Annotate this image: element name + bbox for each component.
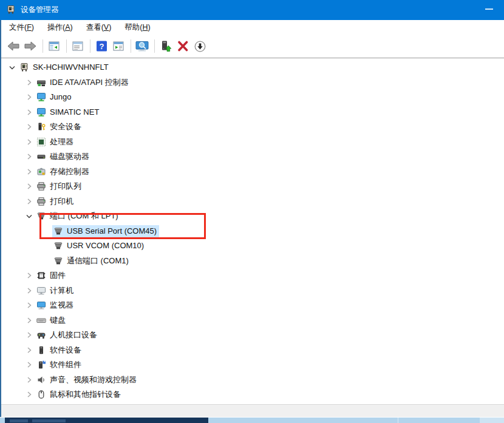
tree-row[interactable]: 声音、视频和游戏控制器 xyxy=(1,373,504,388)
tree-item[interactable]: 通信端口 (COM1) xyxy=(52,255,131,267)
tree-row[interactable]: 端口 (COM 和 LPT) xyxy=(1,209,504,224)
update-driver-button[interactable] xyxy=(158,38,174,55)
tree-item[interactable]: 安全设备 xyxy=(35,121,84,133)
tree-row[interactable]: USB Serial Port (COM45) xyxy=(1,224,504,239)
properties-button[interactable] xyxy=(70,38,86,55)
tree-item[interactable]: 声音、视频和游戏控制器 xyxy=(35,374,139,386)
tree-item[interactable]: IDE ATA/ATAPI 控制器 xyxy=(35,76,131,89)
menu-item-h[interactable]: 帮助(H) xyxy=(120,21,155,35)
tree-row[interactable]: USR VCOM (COM10) xyxy=(1,239,504,254)
tree-item-label: 固件 xyxy=(50,271,66,280)
tree-item[interactable]: Jungo xyxy=(35,91,73,103)
tree-item[interactable]: 键盘 xyxy=(35,314,68,327)
chevron-collapsed-icon[interactable] xyxy=(24,78,34,87)
menu-item-text: 操作 xyxy=(47,23,63,32)
chevron-collapsed-icon[interactable] xyxy=(24,122,34,132)
tree-row[interactable]: 键盘 xyxy=(1,313,504,328)
tree-item[interactable]: 存储控制器 xyxy=(35,166,92,178)
minimize-button[interactable] xyxy=(477,0,501,18)
tree-item[interactable]: 软件组件 xyxy=(35,359,84,371)
tree-row[interactable]: 计算机 xyxy=(1,283,504,299)
uninstall-device-button[interactable] xyxy=(175,38,191,55)
menu-mnemonic: V xyxy=(104,23,109,32)
chevron-collapsed-icon[interactable] xyxy=(24,390,34,399)
chevron-collapsed-icon[interactable] xyxy=(24,92,34,102)
tree-row[interactable]: 磁盘驱动器 xyxy=(1,149,504,164)
chevron-collapsed-icon[interactable] xyxy=(24,316,34,325)
help-button[interactable]: ? xyxy=(94,38,109,55)
sound-controller-icon xyxy=(36,375,46,385)
tree-item-label: SK-HCHIWVNHNFLT xyxy=(33,63,109,72)
tree-row[interactable]: 存储控制器 xyxy=(1,164,504,180)
tree-row[interactable]: 人机接口设备 xyxy=(1,328,504,343)
tree-row[interactable]: 打印机 xyxy=(1,194,504,209)
forward-button[interactable] xyxy=(22,38,38,55)
tree-row[interactable]: 鼠标和其他指针设备 xyxy=(1,387,504,402)
monitor-green-stand-icon xyxy=(36,92,46,102)
tree-row[interactable]: 安全设备 xyxy=(1,120,504,135)
tree-row[interactable]: IDE ATA/ATAPI 控制器 xyxy=(1,75,504,90)
chevron-collapsed-icon[interactable] xyxy=(24,330,34,340)
tree-item[interactable]: 人机接口设备 xyxy=(35,329,100,341)
tree-item[interactable]: 软件设备 xyxy=(35,344,84,356)
chevron-collapsed-icon[interactable] xyxy=(24,271,34,280)
chevron-expanded-icon[interactable] xyxy=(7,63,17,72)
processor-icon xyxy=(36,137,46,147)
chevron-expanded-icon[interactable] xyxy=(24,211,34,221)
window-action-icon xyxy=(112,40,124,52)
back-button[interactable] xyxy=(5,38,21,55)
chevron-collapsed-icon[interactable] xyxy=(24,286,34,296)
tree-item[interactable]: 监视器 xyxy=(35,299,76,311)
chevron-collapsed-icon[interactable] xyxy=(24,360,34,370)
tree-item[interactable]: 固件 xyxy=(35,269,68,282)
tree-row[interactable]: 打印队列 xyxy=(1,179,504,194)
tree-row[interactable]: Jungo xyxy=(1,90,504,105)
tree-row[interactable]: 固件 xyxy=(1,268,504,283)
action-pane-button[interactable] xyxy=(111,38,126,55)
tree-row[interactable]: 监视器 xyxy=(1,298,504,313)
ide-controller-icon xyxy=(36,78,46,87)
tree-row[interactable]: SIMATIC NET xyxy=(1,105,504,120)
tree-item[interactable]: 磁盘驱动器 xyxy=(35,151,92,163)
chevron-collapsed-icon[interactable] xyxy=(24,375,34,385)
chevron-collapsed-icon[interactable] xyxy=(24,167,34,177)
chevron-collapsed-icon[interactable] xyxy=(24,345,34,355)
scan-hardware-changes-button[interactable] xyxy=(134,38,150,55)
tree-item[interactable]: 打印机 xyxy=(35,195,76,208)
tree-item[interactable]: 端口 (COM 和 LPT) xyxy=(35,210,121,222)
tree-item-selected[interactable]: USB Serial Port (COM45) xyxy=(52,225,159,237)
tree-item-label: 存储控制器 xyxy=(50,167,89,177)
tree-item[interactable]: 鼠标和其他指针设备 xyxy=(35,388,123,401)
tree-row[interactable]: 软件设备 xyxy=(1,343,504,358)
menu-item-v[interactable]: 查看(V) xyxy=(81,21,117,35)
chevron-collapsed-icon[interactable] xyxy=(24,197,34,206)
help-icon: ? xyxy=(96,40,107,52)
show-console-tree-button[interactable] xyxy=(46,38,62,55)
chevron-collapsed-icon[interactable] xyxy=(24,137,34,147)
tree-item[interactable]: SIMATIC NET xyxy=(35,106,101,118)
tree-item[interactable]: 打印队列 xyxy=(35,180,84,192)
status-bar xyxy=(1,404,504,417)
arrow-right-icon xyxy=(24,40,37,52)
chevron-collapsed-icon[interactable] xyxy=(24,152,34,161)
chevron-collapsed-icon[interactable] xyxy=(24,181,34,191)
tree-row[interactable]: 处理器 xyxy=(1,135,504,150)
storage-controller-icon xyxy=(36,167,46,177)
disk-drive-icon xyxy=(36,152,46,161)
firmware-icon xyxy=(36,271,46,280)
chevron-spacer xyxy=(41,256,51,266)
tree-row[interactable]: SK-HCHIWVNHNFLT xyxy=(1,60,504,75)
menu-item-f[interactable]: 文件(F) xyxy=(4,21,39,35)
tree-item[interactable]: 处理器 xyxy=(35,136,76,148)
chevron-collapsed-icon[interactable] xyxy=(24,300,34,310)
security-device-icon xyxy=(36,122,46,132)
toolbar-separator xyxy=(154,39,155,53)
tree-item[interactable]: USR VCOM (COM10) xyxy=(52,240,146,252)
disable-device-button[interactable] xyxy=(192,38,208,55)
tree-row[interactable]: 软件组件 xyxy=(1,357,504,373)
tree-item[interactable]: 计算机 xyxy=(35,285,76,297)
tree-row[interactable]: 通信端口 (COM1) xyxy=(1,254,504,269)
tree-item[interactable]: SK-HCHIWVNHNFLT xyxy=(18,61,111,73)
chevron-collapsed-icon[interactable] xyxy=(24,107,34,117)
menu-item-a[interactable]: 操作(A) xyxy=(43,21,78,35)
